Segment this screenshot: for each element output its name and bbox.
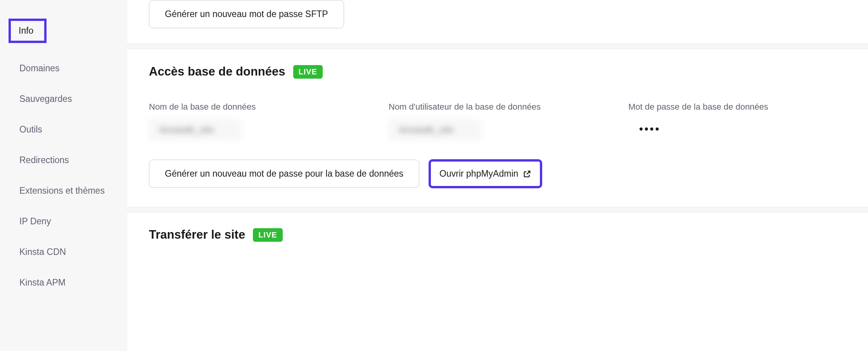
sidebar-item-label: Extensions et thèmes — [19, 186, 105, 196]
sidebar: Info Domaines Sauvegardes Outils Redirec… — [0, 0, 127, 351]
field-db-password: Mot de passe de la base de données •••• — [628, 102, 846, 141]
section-transfer: Transférer le site LIVE — [127, 212, 868, 284]
sidebar-item-sauvegardes[interactable]: Sauvegardes — [0, 88, 127, 110]
sidebar-item-label: Domaines — [19, 63, 60, 73]
button-label: Générer un nouveau mot de passe SFTP — [165, 9, 328, 19]
section-header: Transférer le site LIVE — [149, 228, 846, 242]
sidebar-item-kinsta-cdn[interactable]: Kinsta CDN — [0, 241, 127, 263]
section-divider — [127, 207, 868, 212]
section-header: Accès base de données LIVE — [149, 65, 846, 79]
field-db-username: Nom d'utilisateur de la base de données … — [389, 102, 607, 141]
sidebar-item-redirections[interactable]: Redirections — [0, 149, 127, 172]
live-badge: LIVE — [293, 65, 323, 79]
section-divider — [127, 44, 868, 49]
sidebar-item-label: IP Deny — [19, 216, 51, 226]
sidebar-item-ipdeny[interactable]: IP Deny — [0, 210, 127, 233]
field-label: Nom d'utilisateur de la base de données — [389, 102, 607, 112]
sidebar-item-label: Kinsta APM — [19, 277, 66, 287]
section-database: Accès base de données LIVE Nom de la bas… — [127, 49, 868, 207]
field-value-blurred: kinstadb_site — [389, 119, 482, 141]
sidebar-item-info-highlight: Info — [9, 19, 47, 43]
field-label: Nom de la base de données — [149, 102, 367, 112]
sidebar-item-kinsta-apm[interactable]: Kinsta APM — [0, 271, 127, 294]
field-db-name: Nom de la base de données kinstadb_site — [149, 102, 367, 141]
database-buttons-row: Générer un nouveau mot de passe pour la … — [149, 159, 846, 188]
field-value-blurred: kinstadb_site — [149, 119, 242, 141]
sidebar-item-outils[interactable]: Outils — [0, 118, 127, 141]
section-title: Transférer le site — [149, 228, 245, 242]
database-fields-row: Nom de la base de données kinstadb_site … — [149, 102, 846, 141]
field-label: Mot de passe de la base de données — [628, 102, 846, 112]
generate-db-password-button[interactable]: Générer un nouveau mot de passe pour la … — [149, 160, 419, 188]
field-value-password: •••• — [628, 119, 846, 139]
open-phpmyadmin-button[interactable]: Ouvrir phpMyAdmin — [429, 159, 542, 188]
sidebar-item-label: Kinsta CDN — [19, 247, 66, 257]
main-content: Générer un nouveau mot de passe SFTP Acc… — [127, 0, 868, 351]
section-title: Accès base de données — [149, 65, 285, 79]
external-link-icon — [523, 170, 531, 178]
button-label: Générer un nouveau mot de passe pour la … — [165, 169, 403, 179]
sidebar-item-extensions[interactable]: Extensions et thèmes — [0, 179, 127, 202]
sidebar-item-domaines[interactable]: Domaines — [0, 57, 127, 80]
button-label: Ouvrir phpMyAdmin — [439, 169, 518, 179]
sidebar-item-label: Outils — [19, 124, 42, 134]
sidebar-item-label: Redirections — [19, 155, 69, 165]
sidebar-item-label: Info — [19, 26, 33, 36]
section-sftp: Générer un nouveau mot de passe SFTP — [127, 0, 868, 44]
sidebar-item-info[interactable]: Info — [0, 12, 127, 49]
generate-sftp-password-button[interactable]: Générer un nouveau mot de passe SFTP — [149, 0, 344, 28]
live-badge: LIVE — [253, 228, 282, 242]
sidebar-item-label: Sauvegardes — [19, 94, 72, 104]
